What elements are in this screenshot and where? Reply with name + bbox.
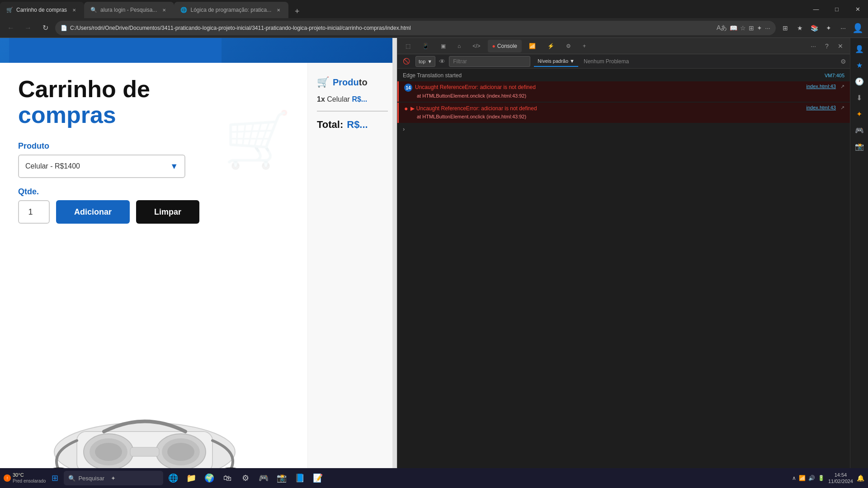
address-bar[interactable]: 📄 C:/Users/rodri/OneDrive/Documentos/341… <box>55 21 776 35</box>
console-clear-button[interactable]: 🚫 <box>401 56 412 67</box>
forward-button[interactable]: → <box>21 21 35 35</box>
taskbar-clock[interactable]: 14:54 11/02/2024 <box>828 472 853 485</box>
vm-link[interactable]: VM7:405 <box>825 73 844 78</box>
browser-window: 🛒 Carrinho de compras ✕ 🔍 alura login - … <box>0 0 868 488</box>
dt-settings-icon: ⚙ <box>566 43 571 49</box>
sources-icon: </> <box>472 43 480 49</box>
refresh-button[interactable]: ↻ <box>38 21 52 35</box>
dt-inspect-btn[interactable]: ⬚ <box>401 40 415 52</box>
taskbar-vscode[interactable]: 📝 <box>310 470 326 486</box>
tab-close-3[interactable]: ✕ <box>275 6 282 14</box>
taskbar-right: ∧ 📶 🔊 🔋 14:54 11/02/2024 🔔 <box>792 472 864 485</box>
dt-home-btn[interactable]: ⌂ <box>453 40 465 52</box>
qty-input[interactable] <box>18 200 50 224</box>
console-context-selector[interactable]: top ▼ <box>415 56 435 67</box>
error-2-subtext: at HTMLButtonElement.onclick (index.html… <box>404 113 844 120</box>
taskbar-settings[interactable]: ⚙ <box>237 470 254 486</box>
tab-logica[interactable]: 🌐 Lógica de programação: pratica... ✕ <box>174 2 288 18</box>
console-levels-btn[interactable]: Níveis padrão ▼ <box>534 56 578 67</box>
console-filter-input[interactable] <box>449 56 530 67</box>
error-1-main: 14 Uncaught ReferenceError: adicionar is… <box>404 84 844 92</box>
tab-close-2[interactable]: ✕ <box>160 6 168 14</box>
console-error-1: 14 Uncaught ReferenceError: adicionar is… <box>397 81 850 102</box>
taskbar-cortana[interactable]: 🎮 <box>255 470 272 486</box>
cart-summary-title: 🛒 Produto <box>317 76 388 88</box>
cart-summary-icon: 🛒 <box>317 76 329 88</box>
dt-performance-btn[interactable]: ⚡ <box>543 40 559 52</box>
tab-close-1[interactable]: ✕ <box>71 6 78 14</box>
maximize-button[interactable]: □ <box>826 0 847 18</box>
taskbar-edge[interactable]: 🌐 <box>165 470 181 486</box>
more-btn[interactable]: ··· <box>836 21 850 35</box>
console-expand-arrow[interactable]: › <box>397 124 850 134</box>
taskbar-files[interactable]: 📁 <box>183 470 199 486</box>
profile-btn[interactable]: 👤 <box>851 21 864 35</box>
inspect-icon: ⬚ <box>406 43 410 49</box>
new-tab-button[interactable]: + <box>290 5 304 18</box>
minimize-button[interactable]: — <box>806 0 826 18</box>
taskbar-facebook[interactable]: 📘 <box>292 470 308 486</box>
taskbar-store[interactable]: 🛍 <box>219 470 236 486</box>
weather-info: 30°C Pred ensolarado <box>13 472 46 483</box>
sidebar-downloads-icon[interactable]: ⬇ <box>852 90 867 105</box>
sidebar-history-icon[interactable]: 🕐 <box>852 74 867 89</box>
total-line: Total: R$... <box>317 119 388 131</box>
svg-rect-12 <box>130 447 159 456</box>
error-1-link-icon: ↗ <box>840 84 844 89</box>
dt-close-btn[interactable]: ✕ <box>835 40 846 52</box>
console-label: Console <box>497 43 517 49</box>
collections-btn[interactable]: 📚 <box>807 21 821 35</box>
context-label: top <box>419 59 425 64</box>
sidebar-toggle[interactable]: ⊞ <box>778 21 792 35</box>
sidebar-copilot-icon[interactable]: ✦ <box>852 107 867 121</box>
tabs-area: 🛒 Carrinho de compras ✕ 🔍 alura login - … <box>0 0 806 18</box>
sidebar-instagram-icon[interactable]: 📸 <box>852 139 867 154</box>
clear-button[interactable]: Limpar <box>136 200 199 224</box>
dt-elements-btn[interactable]: ▣ <box>436 40 450 52</box>
tab-favicon-1: 🛒 <box>6 7 13 13</box>
sidebar-favorites-icon[interactable]: ★ <box>852 58 867 72</box>
dt-console-btn[interactable]: ● Console <box>488 40 522 52</box>
vertical-scrollbar[interactable] <box>392 38 397 488</box>
main-area: 🛒 Carrinho de compras Produto Celular - … <box>0 38 868 488</box>
dt-network-btn[interactable]: 📶 <box>524 40 540 52</box>
taskbar-search[interactable]: 🔍 Pesquisar ✦ <box>64 471 163 485</box>
sidebar-profile-icon[interactable]: 👤 <box>852 42 867 56</box>
dt-more-btn[interactable]: ··· <box>807 40 819 52</box>
console-settings-icon[interactable]: ⚙ <box>840 58 846 65</box>
tab-alura[interactable]: 🔍 alura login - Pesquisa... ✕ <box>84 2 174 18</box>
favorites-btn[interactable]: ★ <box>793 21 807 35</box>
taskbar-ie[interactable]: 🌍 <box>201 470 217 486</box>
weather-dot: ! <box>4 474 11 482</box>
weather-badge: ! 30°C Pred ensolarado <box>4 472 46 483</box>
back-button[interactable]: ← <box>4 21 18 35</box>
tab-carrinho[interactable]: 🛒 Carrinho de compras ✕ <box>0 2 84 18</box>
more-options-icon: ··· <box>765 24 770 32</box>
dt-device-btn[interactable]: 📱 <box>418 40 434 52</box>
cart-item-qty: 1x <box>317 95 325 103</box>
start-button[interactable]: ⊞ <box>47 471 62 485</box>
add-button[interactable]: Adicionar <box>56 200 130 224</box>
page-content: 🛒 Carrinho de compras Produto Celular - … <box>0 63 397 488</box>
clock-date: 11/02/2024 <box>828 478 853 484</box>
taskbar-instagram[interactable]: 📸 <box>274 470 290 486</box>
systray-chevron[interactable]: ∧ <box>792 475 796 481</box>
tab-label-3: Lógica de programação: pratica... <box>190 7 271 13</box>
product-select[interactable]: Celular - R$1400 ▼ <box>18 155 185 178</box>
dt-settings-btn[interactable]: ⚙ <box>561 40 576 52</box>
error-1-link[interactable]: index.html:43 <box>807 84 836 89</box>
sidebar-games-icon[interactable]: 🎮 <box>852 123 867 137</box>
dt-sources-btn[interactable]: </> <box>468 40 485 52</box>
dt-help-btn[interactable]: ? <box>821 40 833 52</box>
console-no-problems: Nenhum Problema <box>584 58 629 65</box>
dt-add-btn[interactable]: + <box>578 40 590 52</box>
cart-item-line: 1x Celular R$... <box>317 95 388 103</box>
close-button[interactable]: ✕ <box>847 0 868 18</box>
error-2-link-icon: ↗ <box>840 105 844 111</box>
error-2-link[interactable]: index.html:43 <box>807 105 836 110</box>
tab-favicon-2: 🔍 <box>90 7 97 13</box>
notification-icon[interactable]: 🔔 <box>857 474 864 482</box>
edge-translation-text: Edge Translation started <box>403 72 462 79</box>
console-eye-icon: 👁 <box>439 58 445 65</box>
copilot-btn[interactable]: ✦ <box>822 21 835 35</box>
